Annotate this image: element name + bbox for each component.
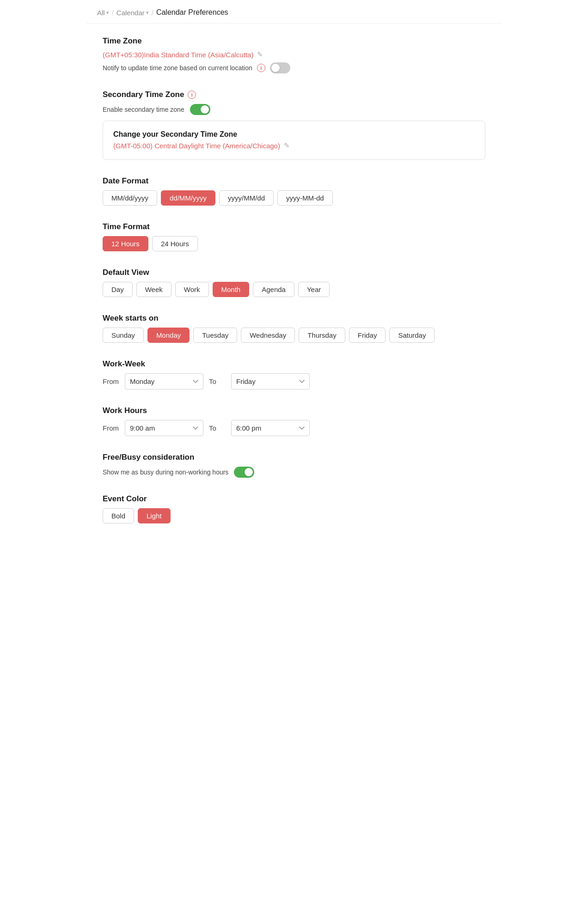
date-format-section: Date Format MM/dd/yyyydd/MM/yyyyyyyy/MM/… <box>103 176 485 206</box>
notify-toggle-thumb <box>271 64 280 72</box>
pill-wednesday[interactable]: Wednesday <box>241 328 295 343</box>
default-view-title: Default View <box>103 268 485 277</box>
time-format-title: Time Format <box>103 222 485 231</box>
free-busy-toggle-track[interactable] <box>234 467 254 478</box>
pill-dd-mm-yyyy[interactable]: dd/MM/yyyy <box>161 190 215 206</box>
timezone-edit-icon[interactable]: ✎ <box>257 50 263 59</box>
pill-bold[interactable]: Bold <box>103 508 134 523</box>
secondary-toggle-track[interactable] <box>190 104 210 115</box>
secondary-tz-title-row: Secondary Time Zone i <box>103 90 485 99</box>
enable-secondary-label: Enable secondary time zone <box>103 106 184 113</box>
pill-month[interactable]: Month <box>213 282 250 297</box>
time-format-section: Time Format 12 Hours24 Hours <box>103 222 485 251</box>
pill-work[interactable]: Work <box>175 282 209 297</box>
work-week-from-label: From <box>103 377 119 385</box>
secondary-toggle-thumb <box>201 105 209 114</box>
breadcrumb-all[interactable]: All ▾ <box>97 9 109 17</box>
notify-label: Notify to update time zone based on curr… <box>103 64 252 72</box>
pill-saturday[interactable]: Saturday <box>389 328 435 343</box>
pill-week[interactable]: Week <box>136 282 172 297</box>
notify-toggle-track[interactable] <box>270 62 290 73</box>
work-week-section: Work-Week From SundayMondayTuesdayWednes… <box>103 359 485 389</box>
secondary-timezone-section: Secondary Time Zone i Enable secondary t… <box>103 90 485 160</box>
work-week-to-label: To <box>209 377 226 385</box>
pill-monday[interactable]: Monday <box>147 328 190 343</box>
secondary-tz-info-icon[interactable]: i <box>188 91 196 99</box>
event-color-title: Event Color <box>103 494 485 504</box>
pill-friday[interactable]: Friday <box>349 328 386 343</box>
secondary-tz-title: Secondary Time Zone <box>103 90 184 99</box>
work-hours-title: Work Hours <box>103 406 485 415</box>
week-starts-title: Week starts on <box>103 314 485 323</box>
free-busy-label: Show me as busy during non-working hours <box>103 468 228 476</box>
free-busy-toggle-thumb <box>245 468 253 476</box>
pill-12-hours[interactable]: 12 Hours <box>103 236 148 251</box>
primary-timezone-value: (GMT+05:30)India Standard Time (Asia/Cal… <box>103 51 253 59</box>
pill-tuesday[interactable]: Tuesday <box>193 328 237 343</box>
enable-secondary-row: Enable secondary time zone <box>103 104 485 115</box>
enable-secondary-toggle[interactable] <box>190 104 210 115</box>
work-week-from-to: From SundayMondayTuesdayWednesdayThursda… <box>103 373 485 389</box>
pill-mm-dd-yyyy[interactable]: MM/dd/yyyy <box>103 190 157 206</box>
pill-thursday[interactable]: Thursday <box>299 328 345 343</box>
pill-agenda[interactable]: Agenda <box>253 282 294 297</box>
pill-year[interactable]: Year <box>298 282 330 297</box>
secondary-tz-card: Change your Secondary Time Zone (GMT-05:… <box>103 121 485 160</box>
breadcrumb-current: Calendar Preferences <box>156 8 228 17</box>
secondary-tz-card-title: Change your Secondary Time Zone <box>113 130 475 139</box>
pill-yyyy-mm-dd[interactable]: yyyy/MM/dd <box>219 190 274 206</box>
chevron-down-icon-2: ▾ <box>146 10 149 16</box>
notify-toggle[interactable] <box>270 62 290 73</box>
week-starts-options: SundayMondayTuesdayWednesdayThursdayFrid… <box>103 328 485 343</box>
secondary-tz-value-link[interactable]: (GMT-05:00) Central Daylight Time (Ameri… <box>113 141 290 150</box>
notify-row: Notify to update time zone based on curr… <box>103 62 485 73</box>
notify-info-icon[interactable]: i <box>257 64 265 72</box>
date-format-title: Date Format <box>103 176 485 186</box>
breadcrumb-calendar[interactable]: Calendar ▾ <box>116 9 149 17</box>
pill-yyyy-mm-dd[interactable]: yyyy-MM-dd <box>277 190 333 206</box>
breadcrumb-sep-2: / <box>152 9 153 17</box>
week-starts-section: Week starts on SundayMondayTuesdayWednes… <box>103 314 485 343</box>
work-week-title: Work-Week <box>103 359 485 369</box>
work-hours-from-label: From <box>103 424 119 432</box>
secondary-tz-value: (GMT-05:00) Central Daylight Time (Ameri… <box>113 142 280 150</box>
timezone-section: Time Zone (GMT+05:30)India Standard Time… <box>103 36 485 73</box>
work-week-to-select[interactable]: SundayMondayTuesdayWednesdayThursdayFrid… <box>231 373 310 389</box>
work-hours-from-select[interactable]: 12:00 am1:00 am2:00 am3:00 am4:00 am5:00… <box>125 420 203 436</box>
free-busy-title: Free/Busy consideration <box>103 453 485 462</box>
time-format-options: 12 Hours24 Hours <box>103 236 485 251</box>
free-busy-toggle[interactable] <box>234 467 254 478</box>
default-view-section: Default View DayWeekWorkMonthAgendaYear <box>103 268 485 297</box>
work-hours-to-label: To <box>209 424 226 432</box>
event-color-options: BoldLight <box>103 508 485 523</box>
work-hours-section: Work Hours From 12:00 am1:00 am2:00 am3:… <box>103 406 485 436</box>
free-busy-row: Show me as busy during non-working hours <box>103 467 485 478</box>
date-format-options: MM/dd/yyyydd/MM/yyyyyyyy/MM/ddyyyy-MM-dd <box>103 190 485 206</box>
breadcrumb-sep-1: / <box>112 9 114 17</box>
free-busy-section: Free/Busy consideration Show me as busy … <box>103 453 485 478</box>
pill-sunday[interactable]: Sunday <box>103 328 144 343</box>
pill-light[interactable]: Light <box>138 508 171 523</box>
chevron-down-icon: ▾ <box>106 10 109 16</box>
work-hours-to-select[interactable]: 12:00 am1:00 am2:00 am3:00 am4:00 am5:00… <box>231 420 310 436</box>
default-view-options: DayWeekWorkMonthAgendaYear <box>103 282 485 297</box>
pill-day[interactable]: Day <box>103 282 133 297</box>
work-hours-from-to: From 12:00 am1:00 am2:00 am3:00 am4:00 a… <box>103 420 485 436</box>
breadcrumb: All ▾ / Calendar ▾ / Calendar Preference… <box>86 0 502 24</box>
event-color-section: Event Color BoldLight <box>103 494 485 523</box>
secondary-tz-edit-icon[interactable]: ✎ <box>284 141 290 150</box>
work-week-from-select[interactable]: SundayMondayTuesdayWednesdayThursdayFrid… <box>125 373 203 389</box>
timezone-title: Time Zone <box>103 36 485 46</box>
primary-timezone-link[interactable]: (GMT+05:30)India Standard Time (Asia/Cal… <box>103 50 263 59</box>
pill-24-hours[interactable]: 24 Hours <box>152 236 198 251</box>
